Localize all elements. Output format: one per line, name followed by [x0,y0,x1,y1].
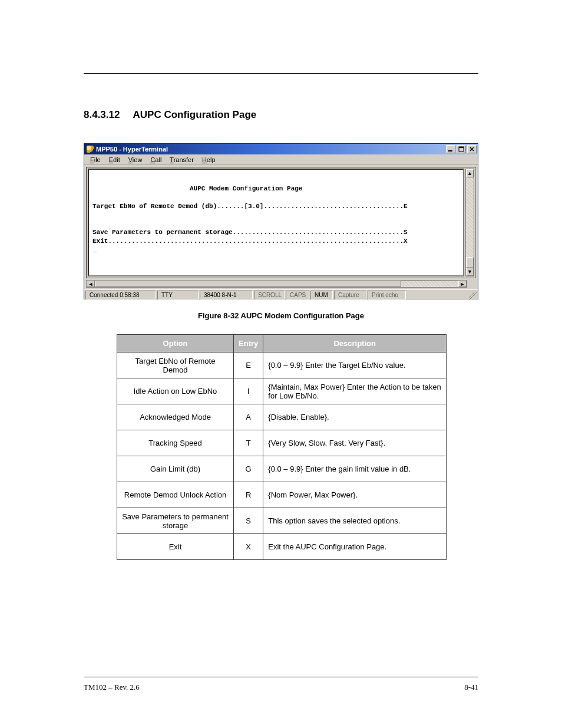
table-header-row: Option Entry Description [117,335,447,353]
hscroll-thumb[interactable] [95,281,401,287]
status-settings: 38400 8-N-1 [200,291,253,299]
hyperterminal-window: MPP50 - HyperTerminal File Edit View Cal… [84,143,478,299]
cell-key: X [234,534,263,560]
status-capture: Capture [334,291,366,299]
vscroll-thumb[interactable] [466,257,474,268]
terminal-title: AUPC Modem Configuration Page [92,185,302,192]
menu-call[interactable]: Call [147,156,165,164]
cell-option: Target EbNo of Remote Demod [117,353,234,378]
terminal[interactable]: AUPC Modem Configuration Page Target EbN… [88,169,464,276]
cell-desc: Exit the AUPC Configuration Page. [263,534,447,560]
footer-rule [84,677,478,677]
options-table: Option Entry Description Target EbNo of … [117,334,447,560]
table-row: Idle Action on Low EbNo I {Maintain, Max… [117,378,447,404]
section-title: AUPC Configuration Page [133,109,257,120]
scroll-down-button[interactable]: ▼ [466,268,474,276]
app-icon [87,146,94,153]
terminal-line-4: Exit....................................… [92,238,408,245]
page-footer: TM102 – Rev. 2.6 8-41 [84,683,478,692]
menu-transfer[interactable]: Transfer [166,156,197,164]
cell-desc: {Nom Power, Max Power}. [263,482,447,508]
menu-help[interactable]: Help [199,156,219,164]
status-print-echo: Print echo [368,291,406,299]
cell-option: Remote Demod Unlock Action [117,482,234,508]
terminal-frame: AUPC Modem Configuration Page Target EbN… [86,167,476,278]
svg-rect-0 [448,150,452,151]
figure-caption: Figure 8-32 AUPC Modem Configuration Pag… [84,311,478,320]
table-row: Exit X Exit the AUPC Configuration Page. [117,534,447,560]
section-number: 8.4.3.12 [84,109,120,120]
close-button[interactable] [467,145,477,153]
cell-key: I [234,378,263,404]
resize-grip-icon[interactable] [468,291,477,299]
table-row: Target EbNo of Remote Demod E {0.0 – 9.9… [117,353,447,378]
cell-desc: {Maintain, Max Power} Enter the Action t… [263,378,447,404]
minimize-button[interactable] [446,145,455,153]
maximize-button[interactable] [457,145,466,153]
cell-option: Gain Limit (db) [117,456,234,482]
status-connected: Connected 0:58:38 [85,291,156,299]
cell-key: S [234,508,263,534]
cell-key: A [234,404,263,430]
cell-option: Exit [117,534,234,560]
table-row: Tracking Speed T {Very Slow, Slow, Fast,… [117,430,447,456]
table-row: Gain Limit (db) G {0.0 – 9.9} Enter the … [117,456,447,482]
status-caps: CAPS [286,291,309,299]
horizontal-scroll-row: ◄ ► [84,280,478,289]
th-entry: Entry [234,335,263,353]
section-heading: 8.4.3.12 AUPC Configuration Page [84,109,478,121]
cell-key: R [234,482,263,508]
cell-key: G [234,456,263,482]
footer-doc-id: TM102 – Rev. 2.6 [84,683,140,692]
menu-view[interactable]: View [125,156,146,164]
status-num: NUM [310,291,333,299]
terminal-line-3: Save Parameters to permanent storage....… [92,229,408,236]
th-description: Description [263,335,447,353]
cell-desc: {0.0 – 9.9} Enter the Target Eb/No value… [263,353,447,378]
table-row: Acknowledged Mode A {Disable, Enable}. [117,404,447,430]
status-scroll: SCROLL [254,291,285,299]
menu-bar: File Edit View Call Transfer Help [84,154,478,165]
cell-desc: {0.0 – 9.9} Enter the gain limit value i… [263,456,447,482]
table-row: Save Parameters to permanent storage S T… [117,508,447,534]
menu-edit[interactable]: Edit [105,156,124,164]
cell-key: E [234,353,263,378]
horizontal-scrollbar[interactable]: ◄ ► [86,280,467,288]
header-rule [84,73,478,74]
th-option: Option [117,335,234,353]
terminal-text: AUPC Modem Configuration Page Target EbN… [92,176,459,255]
scroll-up-button[interactable]: ▲ [466,169,474,177]
cell-key: T [234,430,263,456]
window-titlebar[interactable]: MPP50 - HyperTerminal [84,144,478,154]
scroll-right-button[interactable]: ► [458,281,467,287]
status-bar: Connected 0:58:38 TTY 38400 8-N-1 SCROLL… [84,289,478,300]
cell-desc: {Very Slow, Slow, Fast, Very Fast}. [263,430,447,456]
svg-rect-2 [459,147,464,148]
menu-file[interactable]: File [87,156,104,164]
cell-desc: {Disable, Enable}. [263,404,447,430]
terminal-line-0: Target EbNo of Remote Demod (db).......[… [92,203,408,210]
cell-option: Idle Action on Low EbNo [117,378,234,404]
table-row: Remote Demod Unlock Action R {Nom Power,… [117,482,447,508]
client-area: AUPC Modem Configuration Page Target EbN… [84,165,478,280]
cell-option: Acknowledged Mode [117,404,234,430]
cell-option: Save Parameters to permanent storage [117,508,234,534]
vscroll-track[interactable] [466,177,474,268]
vertical-scrollbar[interactable]: ▲ ▼ [465,169,474,276]
hscroll-track[interactable] [95,281,458,287]
cell-option: Tracking Speed [117,430,234,456]
window-title: MPP50 - HyperTerminal [96,146,168,153]
footer-page-number: 8-41 [464,683,478,692]
terminal-cursor: _ [92,246,97,253]
scroll-left-button[interactable]: ◄ [87,281,95,287]
cell-desc: This option saves the selected options. [263,508,447,534]
status-emulation: TTY [157,291,199,299]
